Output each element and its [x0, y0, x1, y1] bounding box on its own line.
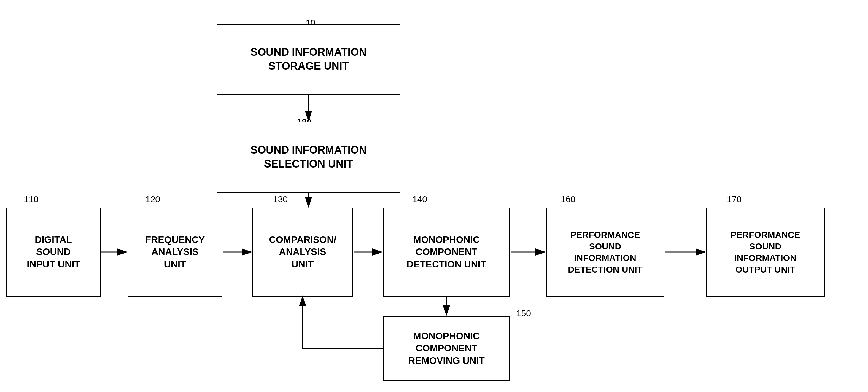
monophonic-removing-block: MONOPHONICCOMPONENTREMOVING UNIT: [383, 316, 510, 381]
sound-storage-block: SOUND INFORMATIONSTORAGE UNIT: [217, 24, 401, 95]
performance-output-block: PERFORMANCESOUNDINFORMATIONOUTPUT UNIT: [706, 207, 825, 296]
sound-selection-block: SOUND INFORMATIONSELECTION UNIT: [217, 122, 401, 193]
monophonic-detection-block: MONOPHONICCOMPONENTDETECTION UNIT: [383, 207, 510, 296]
ref-120: 120: [145, 194, 160, 204]
ref-170: 170: [727, 194, 742, 204]
ref-160: 160: [561, 194, 576, 204]
freq-analysis-block: FREQUENCYANALYSISUNIT: [128, 207, 222, 296]
ref-140: 140: [412, 194, 427, 204]
ref-110: 110: [24, 194, 38, 204]
comparison-analysis-block: COMPARISON/ANALYSISUNIT: [252, 207, 353, 296]
performance-detection-block: PERFORMANCESOUNDINFORMATIONDETECTION UNI…: [546, 207, 664, 296]
ref-150: 150: [516, 308, 531, 319]
ref-130: 130: [273, 194, 288, 204]
digital-input-block: DIGITALSOUNDINPUT UNIT: [6, 207, 101, 296]
diagram-container: 10 180 110 120 130 140 160 170 150 SOUND…: [0, 0, 868, 392]
